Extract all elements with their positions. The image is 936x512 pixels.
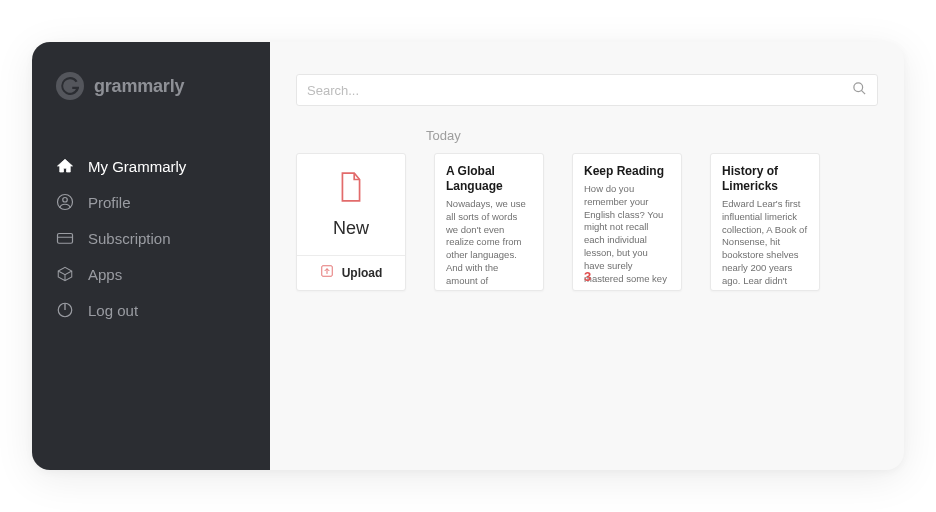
- sidebar-item-subscription[interactable]: Subscription: [32, 220, 270, 256]
- grammarly-logo-icon: [56, 72, 84, 100]
- profile-icon: [56, 193, 74, 211]
- subscription-icon: [56, 229, 74, 247]
- document-card-keep-reading[interactable]: Keep Reading How do you remember your En…: [572, 153, 682, 291]
- document-card-history-of-limericks[interactable]: History of Limericks Edward Lear's first…: [710, 153, 820, 291]
- new-document-button[interactable]: New: [297, 154, 405, 255]
- brand-name: grammarly: [94, 76, 184, 97]
- sidebar-nav: My Grammarly Profile Subscription Apps: [32, 148, 270, 328]
- svg-point-1: [63, 198, 68, 203]
- nav-label: Subscription: [88, 230, 171, 247]
- logout-icon: [56, 301, 74, 319]
- svg-rect-2: [58, 234, 73, 244]
- new-document-label: New: [333, 218, 369, 239]
- upload-label: Upload: [342, 266, 383, 280]
- svg-point-6: [854, 82, 863, 91]
- sidebar-item-my-grammarly[interactable]: My Grammarly: [32, 148, 270, 184]
- upload-button[interactable]: Upload: [297, 255, 405, 290]
- section-label-today: Today: [426, 128, 878, 143]
- alert-count-badge: 3: [584, 269, 591, 284]
- sidebar-item-logout[interactable]: Log out: [32, 292, 270, 328]
- nav-label: Log out: [88, 302, 138, 319]
- nav-label: Apps: [88, 266, 122, 283]
- document-preview: Nowadays, we use all sorts of words we d…: [446, 198, 532, 291]
- document-title: Keep Reading: [584, 164, 670, 179]
- svg-line-7: [861, 90, 865, 94]
- sidebar-item-profile[interactable]: Profile: [32, 184, 270, 220]
- nav-label: My Grammarly: [88, 158, 186, 175]
- main-content: Today New: [270, 42, 904, 470]
- document-title: History of Limericks: [722, 164, 808, 194]
- nav-label: Profile: [88, 194, 131, 211]
- sidebar: grammarly My Grammarly Profile Subscript…: [32, 42, 270, 470]
- home-icon: [56, 157, 74, 175]
- document-title: A Global Language: [446, 164, 532, 194]
- document-card-a-global-language[interactable]: A Global Language Nowadays, we use all s…: [434, 153, 544, 291]
- app-window: grammarly My Grammarly Profile Subscript…: [32, 42, 904, 470]
- search-input[interactable]: [307, 83, 852, 98]
- upload-icon: [320, 264, 334, 282]
- brand-logo[interactable]: grammarly: [32, 72, 270, 100]
- sidebar-item-apps[interactable]: Apps: [32, 256, 270, 292]
- document-preview: How do you remember your English class? …: [584, 183, 670, 286]
- new-document-icon: [338, 172, 364, 218]
- search-icon: [852, 81, 867, 100]
- document-preview: Edward Lear's first influential limerick…: [722, 198, 808, 291]
- new-document-card: New Upload: [296, 153, 406, 291]
- cards-row: New Upload A Global Language Nowadays, w…: [296, 153, 878, 291]
- apps-icon: [56, 265, 74, 283]
- search-bar[interactable]: [296, 74, 878, 106]
